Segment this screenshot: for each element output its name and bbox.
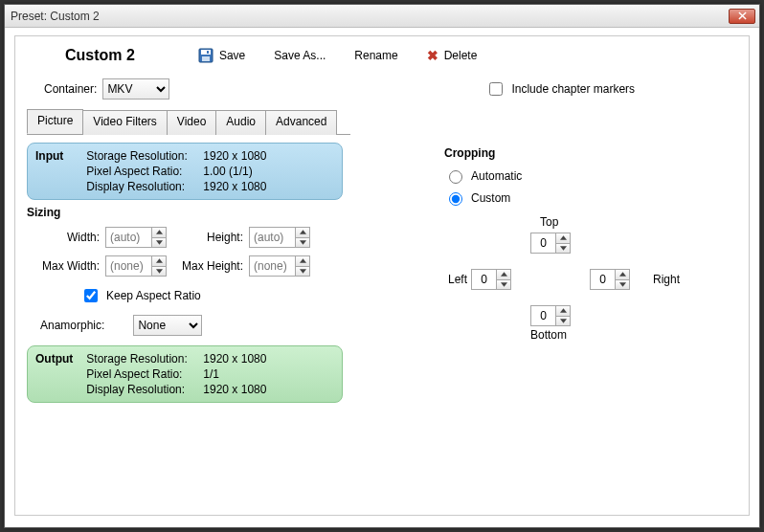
width-spinner[interactable] bbox=[105, 227, 172, 248]
max-width-spinner[interactable] bbox=[105, 255, 172, 277]
max-width-step-up[interactable] bbox=[151, 255, 167, 266]
width-step-up[interactable] bbox=[151, 227, 167, 237]
max-height-input[interactable] bbox=[249, 255, 295, 277]
crop-layout: Top Left bbox=[444, 233, 645, 347]
keep-aspect-ratio-checkbox[interactable] bbox=[84, 289, 98, 302]
height-input[interactable] bbox=[249, 227, 295, 248]
width-steppers[interactable] bbox=[151, 227, 167, 248]
crop-custom-row: Custom bbox=[444, 189, 645, 206]
anamorphic-row: Anamorphic: None bbox=[40, 315, 343, 336]
chevron-down-icon bbox=[619, 282, 626, 287]
picture-panel: Input Storage Resolution: 1920 x 1080 Pi… bbox=[27, 135, 737, 409]
tab-video-filters-label: Video Filters bbox=[93, 115, 156, 128]
tab-video-filters[interactable]: Video Filters bbox=[82, 110, 167, 135]
delete-button[interactable]: ✖ Delete bbox=[421, 46, 483, 65]
max-height-steppers[interactable] bbox=[295, 255, 310, 277]
output-header: Output bbox=[35, 352, 83, 366]
chevron-down-icon bbox=[501, 282, 507, 287]
preset-name: Custom 2 bbox=[65, 47, 135, 64]
height-steppers[interactable] bbox=[295, 227, 310, 248]
crop-right-spinner[interactable] bbox=[590, 269, 630, 290]
max-width-label: Max Width: bbox=[31, 259, 105, 273]
chevron-down-icon bbox=[560, 246, 567, 251]
sizing-grid: Width: Height: bbox=[31, 227, 343, 277]
max-width-input[interactable] bbox=[105, 255, 151, 277]
crop-automatic-row: Automatic bbox=[444, 167, 645, 184]
svg-rect-2 bbox=[202, 56, 210, 61]
input-display-label: Display Resolution: bbox=[86, 180, 203, 193]
chevron-down-icon bbox=[300, 240, 306, 245]
tab-video[interactable]: Video bbox=[167, 110, 216, 135]
sizing-header: Sizing bbox=[27, 206, 343, 219]
rename-button[interactable]: Rename bbox=[348, 47, 403, 64]
delete-label: Delete bbox=[444, 49, 478, 62]
output-par-value: 1/1 bbox=[203, 367, 266, 381]
body-outer: Custom 2 Save Save As... Rename bbox=[5, 28, 759, 523]
crop-top-input[interactable] bbox=[530, 233, 555, 254]
crop-top-step-up[interactable] bbox=[555, 233, 571, 243]
crop-top-steppers[interactable] bbox=[555, 233, 571, 254]
save-label: Save bbox=[219, 49, 245, 62]
crop-bottom-step-down[interactable] bbox=[555, 316, 571, 327]
chevron-down-icon bbox=[300, 269, 306, 274]
body-inner: Custom 2 Save Save As... Rename bbox=[14, 35, 750, 516]
save-as-button[interactable]: Save As... bbox=[268, 47, 331, 64]
max-height-step-up[interactable] bbox=[295, 255, 310, 266]
keep-aspect-ratio-row: Keep Aspect Ratio bbox=[80, 286, 343, 305]
cropping-header: Cropping bbox=[444, 146, 645, 160]
container-row: Container: MKV Include chapter markers bbox=[27, 78, 737, 100]
width-step-down[interactable] bbox=[151, 237, 167, 249]
titlebar: Preset: Custom 2 bbox=[5, 5, 759, 28]
output-storage-label: Storage Resolution: bbox=[86, 352, 203, 366]
max-width-step-down[interactable] bbox=[151, 266, 167, 277]
input-header: Input bbox=[35, 149, 83, 163]
delete-x-icon: ✖ bbox=[427, 48, 438, 63]
crop-left-steppers[interactable] bbox=[496, 269, 511, 290]
crop-left-spinner[interactable] bbox=[471, 269, 511, 290]
output-display-value: 1920 x 1080 bbox=[203, 383, 266, 396]
output-display-label: Display Resolution: bbox=[86, 383, 203, 396]
tab-picture-label: Picture bbox=[37, 114, 73, 127]
chevron-up-icon bbox=[156, 230, 163, 234]
crop-bottom-steppers[interactable] bbox=[555, 305, 571, 326]
output-storage-value: 1920 x 1080 bbox=[203, 352, 266, 366]
tab-advanced[interactable]: Advanced bbox=[265, 110, 337, 135]
tab-audio-label: Audio bbox=[226, 115, 256, 128]
crop-left-step-up[interactable] bbox=[496, 269, 511, 279]
save-as-label: Save As... bbox=[274, 49, 326, 62]
right-column: Cropping Automatic Custom Top bbox=[444, 143, 645, 409]
max-height-step-down[interactable] bbox=[295, 266, 310, 277]
tab-picture[interactable]: Picture bbox=[27, 109, 83, 134]
max-height-spinner[interactable] bbox=[249, 255, 316, 277]
height-spinner[interactable] bbox=[249, 227, 316, 248]
include-chapter-markers-checkbox[interactable] bbox=[489, 82, 503, 96]
container-select[interactable]: MKV bbox=[102, 78, 169, 100]
crop-top-spinner[interactable] bbox=[530, 233, 571, 254]
crop-left-input[interactable] bbox=[471, 269, 496, 290]
crop-right-input[interactable] bbox=[590, 269, 615, 290]
crop-top-step-down[interactable] bbox=[555, 243, 571, 255]
include-chapter-markers-label: Include chapter markers bbox=[511, 82, 635, 96]
close-button[interactable] bbox=[729, 9, 755, 24]
max-height-label: Max Height: bbox=[172, 259, 249, 273]
crop-right-steppers[interactable] bbox=[615, 269, 630, 290]
height-step-down[interactable] bbox=[295, 237, 310, 249]
max-width-steppers[interactable] bbox=[151, 255, 167, 277]
crop-bottom-input[interactable] bbox=[530, 305, 555, 326]
anamorphic-select[interactable]: None bbox=[133, 315, 202, 336]
crop-right-step-down[interactable] bbox=[615, 279, 630, 291]
crop-bottom-step-up[interactable] bbox=[555, 305, 571, 316]
input-display-value: 1920 x 1080 bbox=[203, 180, 266, 193]
height-step-up[interactable] bbox=[295, 227, 310, 237]
crop-bottom-spinner[interactable] bbox=[530, 305, 571, 326]
input-storage-value: 1920 x 1080 bbox=[203, 149, 266, 163]
tab-audio[interactable]: Audio bbox=[215, 110, 266, 135]
chevron-up-icon bbox=[560, 235, 567, 240]
crop-custom-radio[interactable] bbox=[449, 192, 462, 206]
crop-automatic-radio[interactable] bbox=[449, 170, 462, 184]
crop-right-step-up[interactable] bbox=[615, 269, 630, 279]
crop-left-step-down[interactable] bbox=[496, 279, 511, 291]
crop-left-label: Left bbox=[448, 273, 467, 286]
width-input[interactable] bbox=[105, 227, 151, 248]
save-button[interactable]: Save bbox=[192, 46, 251, 65]
